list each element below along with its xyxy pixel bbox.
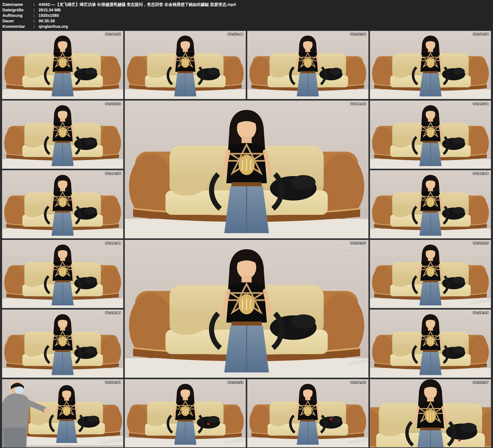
video-thumbnail: 00:22:25 V:a15618552 [370,240,491,308]
timestamp-overlay: 00:16:48 [473,172,489,176]
thumbnail-image [370,101,491,168]
video-thumbnail: 00:26:09 [370,310,491,378]
thumbnail-image [2,170,123,238]
timestamp-overlay: 00:03:44 [227,33,244,36]
video-thumbnail: 00:16:48 [370,170,491,238]
timestamp-overlay: 00:28:01 [105,381,121,384]
file-info-row-comment: Kommentar : qinglanhua.org [2,24,493,29]
video-thumbnail: 00:03:44 [125,31,246,99]
video-thumbnail: 00:18:41 [2,240,123,308]
timestamp-overlay: 00:01:52 [105,33,121,36]
thumbnail-image [2,31,123,99]
field-label: Auflösung [2,13,33,18]
thumbnail-image [370,170,491,238]
thumbnail-image [247,31,368,99]
timestamp-overlay: 00:18:41 [105,241,121,245]
duration-value: 00:35:30 [39,19,55,23]
video-thumbnail: 00:14:56 [2,170,123,238]
filesize-value: 2815.34 MB [39,8,61,12]
thumbnail-image [370,379,491,447]
timestamp-overlay: 00:05:36 [350,33,366,36]
timestamp-overlay: 00:11:12 [350,102,366,106]
red-rose [207,423,210,425]
thumbnail-image [125,240,368,378]
timestamp-overlay: 00:22:25 [473,241,489,245]
thumbnail-image [2,310,123,378]
thumbnail-image [247,379,368,447]
video-thumbnail: 00:31:45 V:a15618552 [247,379,369,448]
video-thumbnail: 00:09:20 [2,101,123,169]
video-thumbnail: 00:11:12 [125,101,369,238]
file-info-row-filename: Dateiname : 44592----【龙飞绳艺】绳艺访谈 长得越漂亮越骚 … [2,2,493,7]
file-info-row-filesize: Dateigröße : 2815.34 MB [2,7,493,13]
field-label: Dateiname [2,2,33,7]
field-label: Dateigröße [2,8,33,12]
field-separator: : [33,19,39,23]
timestamp-overlay: 00:14:56 [105,172,121,176]
thumbnail-image [370,31,491,99]
field-label: Kommentar [2,24,33,29]
field-separator: : [33,8,39,12]
video-thumbnail: 00:07:28 [370,31,491,99]
filename-value: 44592----【龙飞绳艺】绳艺访谈 长得越漂亮越骚 变态提问，变态回答 在金… [39,2,236,7]
video-thumbnail: 00:05:36 [247,31,369,99]
video-thumbnail: 00:33:37 [370,379,491,448]
timestamp-overlay: 00:09:20 [105,102,121,106]
thumbnail-image [2,379,123,447]
resolution-value: 1920x1080 [39,13,59,18]
timestamp-overlay: 00:33:37 [473,381,489,384]
comment-value: qinglanhua.org [39,24,68,29]
timestamp-overlay: 00:29:53 [227,381,244,384]
video-thumbnail: 00:29:53 V:a15618552 [125,379,246,448]
video-thumbnail: 00:24:17 [2,310,123,378]
thumbnail-image [370,310,491,378]
field-separator: : [33,2,39,7]
video-thumbnail: 00:13:04 [370,101,491,169]
thumbnail-image [125,31,246,99]
video-thumbnail: 00:28:01 V:a15618552 [2,379,123,448]
file-info-row-resolution: Auflösung : 1920x1080 [2,13,493,18]
timestamp-overlay: 00:26:09 [473,311,489,315]
timestamp-overlay: 00:13:04 [473,102,489,106]
timestamp-overlay: 00:07:28 [473,33,489,36]
file-info-header: Dateiname : 44592----【龙飞绳艺】绳艺访谈 长得越漂亮越骚 … [0,0,493,30]
field-separator: : [33,24,39,29]
thumbnail-image [2,101,123,168]
video-thumbnail: 00:20:33 Q:156185529 V:a15618552 [125,240,369,378]
file-info-row-duration: Dauer : 00:35:30 [2,18,493,24]
thumbnail-image [125,101,368,238]
field-label: Dauer [2,19,33,23]
timestamp-overlay: 00:24:17 [105,311,121,315]
video-thumbnail: 00:01:52 [2,31,123,99]
thumbnail-grid: 00:01:52 00:03:44 00:05:36 00:07:28 00:0… [0,30,493,448]
field-separator: : [33,13,39,18]
thumbnail-image [370,240,491,308]
timestamp-overlay: 00:31:45 [350,381,366,384]
thumbnail-image [125,379,246,447]
thumbnail-image [2,240,123,308]
